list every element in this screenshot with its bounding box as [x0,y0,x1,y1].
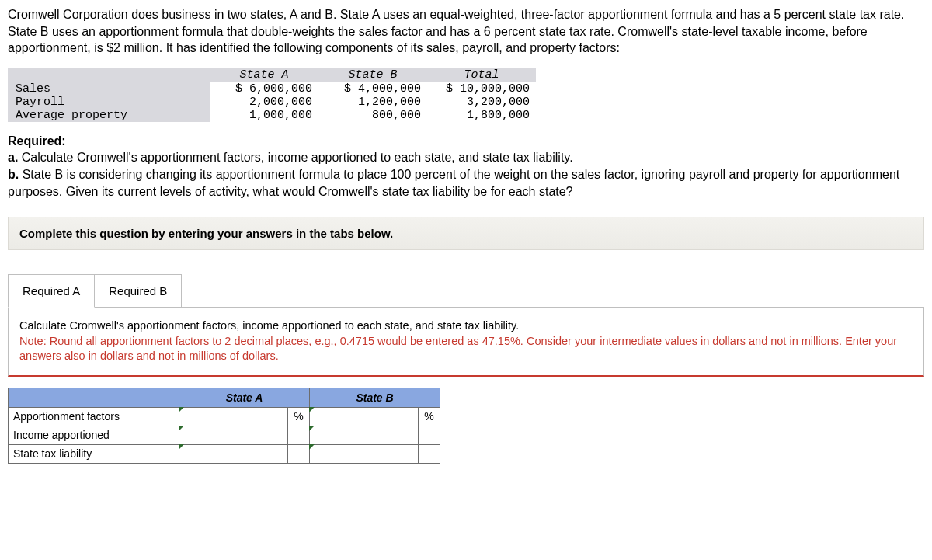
answer-row-tax-label: State tax liability [9,444,179,463]
problem-statement: Cromwell Corporation does business in tw… [8,6,924,57]
answer-income-a-unit [288,426,310,444]
row-sales-total: $ 10,000,000 [427,82,536,96]
editable-marker-icon [179,407,184,412]
row-property-label: Average property [8,109,210,122]
required-section: Required: a. Calculate Cromwell's apport… [8,133,924,200]
row-property-b: 800,000 [318,109,427,122]
answer-row-apportionment-label: Apportionment factors [9,407,179,426]
answer-apportionment-a-input[interactable] [179,407,288,426]
row-sales-a: $ 6,000,000 [210,82,318,96]
tab-panel-required-a: Calculate Cromwell's apportionment facto… [8,307,924,377]
answer-header-blank [9,388,179,407]
required-b-label: b. [8,168,19,181]
row-sales-b: $ 4,000,000 [318,82,427,96]
tab-required-b[interactable]: Required B [95,274,182,308]
editable-marker-icon [309,426,315,431]
panel-instruction: Calculate Cromwell's apportionment facto… [19,319,519,332]
answer-tax-a-unit [288,444,310,463]
answer-apportionment-b-unit: % [419,407,440,426]
factors-data-table: State A State B Total Sales $ 6,000,000 … [8,68,536,122]
row-payroll-total: 3,200,000 [427,96,536,109]
editable-marker-icon [309,444,315,450]
required-b-text: State B is considering changing its appo… [8,168,899,198]
required-heading: Required: [8,134,66,148]
row-payroll-label: Payroll [8,96,210,109]
row-payroll-b: 1,200,000 [318,96,427,109]
answer-apportionment-a-unit: % [288,407,310,426]
editable-marker-icon [179,444,184,450]
data-header-state-a: State A [210,68,318,82]
answer-apportionment-b-input[interactable] [310,407,419,426]
editable-marker-icon [179,426,184,431]
tab-required-a[interactable]: Required A [8,274,95,308]
answer-income-b-input[interactable] [310,426,419,444]
instruction-bar: Complete this question by entering your … [8,217,924,250]
answer-header-state-a: State A [179,388,310,407]
answer-row-income-label: Income apportioned [9,426,179,444]
tab-strip: Required A Required B [8,273,924,307]
data-header-state-b: State B [318,68,427,82]
required-a-label: a. [8,151,18,164]
data-header-blank [8,68,210,82]
answer-tax-a-input[interactable] [179,444,288,463]
answer-tax-b-input[interactable] [310,444,419,463]
answer-income-b-unit [419,426,440,444]
answer-table: State A State B Apportionment factors % … [8,388,440,464]
row-property-total: 1,800,000 [427,109,536,122]
panel-note: Note: Round all apportionment factors to… [19,335,897,363]
row-sales-label: Sales [8,82,210,96]
answer-header-state-b: State B [310,388,440,407]
row-payroll-a: 2,000,000 [210,96,318,109]
required-a-text: Calculate Cromwell's apportionment facto… [18,151,572,164]
answer-tax-b-unit [419,444,440,463]
data-header-total: Total [427,68,536,82]
row-property-a: 1,000,000 [210,109,318,122]
editable-marker-icon [309,407,315,412]
answer-income-a-input[interactable] [179,426,288,444]
